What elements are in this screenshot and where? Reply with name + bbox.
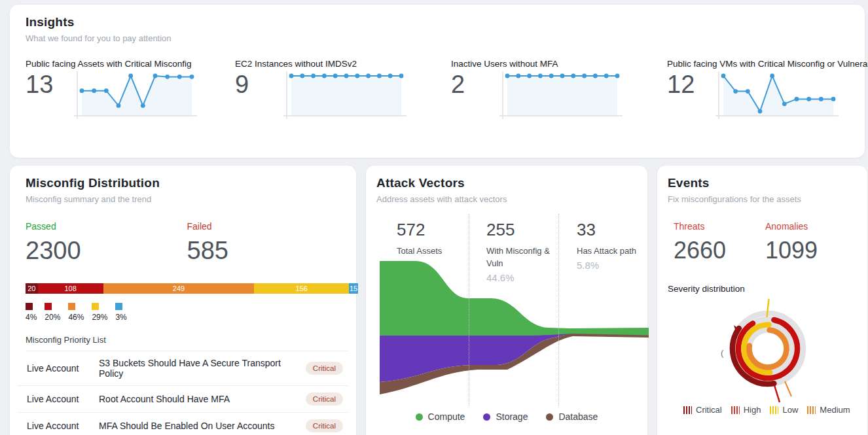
severity-legend-item[interactable]: Medium xyxy=(807,405,850,415)
severity-stacked-bar[interactable]: 2010824915615 xyxy=(26,283,358,294)
anomalies-value: 1099 xyxy=(765,237,857,264)
metric-label: EC2 Instances without IMDSv2 xyxy=(235,59,451,69)
legend-dot-icon xyxy=(483,413,490,421)
stripe-swatch-icon xyxy=(770,406,778,414)
severity-badge: Critical xyxy=(306,419,343,432)
misconfig-cell: Root Account Should Have MFA xyxy=(99,394,306,404)
priority-row[interactable]: Live Account S3 Buckets Should Have A Se… xyxy=(18,351,348,386)
high-tick xyxy=(774,385,780,402)
metric-label: Inactive Users without MFA xyxy=(451,59,667,69)
misconfig-cell: MFA Should Be Enabled On User Accounts xyxy=(99,421,306,431)
severity-legend-item[interactable]: 20% xyxy=(45,303,60,322)
metric-inactive-users-mfa[interactable]: Inactive Users without MFA 2 xyxy=(451,59,667,121)
legend-label: High xyxy=(744,405,761,415)
legend-swatch xyxy=(26,303,33,310)
failed-value: 585 xyxy=(187,237,349,265)
anomalies-stat: Anomalies 1099 xyxy=(765,221,857,264)
priority-list-label: Misconfig Priority List xyxy=(26,335,348,351)
severity-legend: Critical High Low Medium xyxy=(683,405,859,415)
misconfig-title: Misconfig Distribution xyxy=(26,176,348,190)
priority-row[interactable]: Live Account Root Account Should Have MF… xyxy=(18,386,348,413)
severity-legend-item[interactable]: Low xyxy=(770,405,798,415)
legend-swatch xyxy=(115,303,122,310)
stat-label: Has Attack path xyxy=(577,245,652,258)
metric-ec2-imdsv2[interactable]: EC2 Instances without IMDSv2 9 xyxy=(235,59,451,121)
stat-label: Total Assets xyxy=(397,245,472,258)
severity-legend-item[interactable]: High xyxy=(731,405,761,415)
severity-legend-item[interactable]: 29% xyxy=(92,303,107,322)
severity-legend-item[interactable]: 46% xyxy=(68,303,84,322)
medium-tick xyxy=(785,381,791,396)
passed-stat: Passed 2300 xyxy=(26,221,187,265)
stripe-swatch-icon xyxy=(731,406,740,414)
attack-funnel-chart xyxy=(380,260,649,407)
severity-legend-item[interactable]: Critical xyxy=(683,405,722,415)
priority-row[interactable]: Live Account MFA Should Be Enabled On Us… xyxy=(18,413,348,435)
passed-value: 2300 xyxy=(26,237,187,265)
misconfig-subtitle: Misconfig summary and the trend xyxy=(26,194,348,204)
stripe-swatch-icon xyxy=(807,406,816,414)
legend-label: Critical xyxy=(696,405,722,415)
severity-bar-segment[interactable]: 156 xyxy=(254,283,349,294)
ring-label-fragment: ( xyxy=(721,348,724,358)
misconfig-cell: S3 Buckets Should Have A Secure Transpor… xyxy=(99,358,306,379)
legend-label: Database xyxy=(558,411,598,422)
severity-bar-segment[interactable]: 108 xyxy=(38,283,103,294)
account-cell: Live Account xyxy=(27,363,99,374)
metric-public-vms-vuln[interactable]: Public facing VMs with Critical Misconfi… xyxy=(667,59,868,121)
funnel-legend-item[interactable]: Compute xyxy=(416,411,465,422)
legend-label: Compute xyxy=(428,411,465,422)
stat-value: 572 xyxy=(397,220,472,240)
funnel-divider xyxy=(469,214,469,406)
account-cell: Live Account xyxy=(27,421,99,431)
account-cell: Live Account xyxy=(27,394,99,404)
severity-legend-item[interactable]: 4% xyxy=(26,303,37,322)
metric-public-assets-misconfig[interactable]: Public facing Assets with Critical Misco… xyxy=(26,59,235,121)
funnel-legend-item[interactable]: Database xyxy=(546,411,598,422)
legend-percent: 4% xyxy=(26,313,37,322)
metric-value: 2 xyxy=(451,71,499,99)
trend-sparkline xyxy=(715,71,839,121)
severity-legend-item[interactable]: 3% xyxy=(115,303,126,322)
insights-subtitle: What we found for you to pay attention xyxy=(26,33,865,43)
insights-title: Insights xyxy=(26,15,865,29)
severity-rings-chart: ( xyxy=(709,290,827,408)
severity-bar-segment[interactable]: 20 xyxy=(26,283,38,294)
legend-percent: 20% xyxy=(45,313,60,322)
legend-label: Low xyxy=(782,405,798,415)
metric-label: Public facing Assets with Critical Misco… xyxy=(26,59,235,69)
legend-label: Medium xyxy=(820,405,850,415)
trend-sparkline xyxy=(283,71,407,121)
stat-value: 255 xyxy=(486,220,562,240)
failed-stat: Failed 585 xyxy=(187,221,349,265)
passed-label: Passed xyxy=(26,221,187,232)
failed-label: Failed xyxy=(187,221,349,232)
funnel-legend: Compute Storage Database xyxy=(366,411,647,422)
threats-value: 2660 xyxy=(674,237,765,264)
misconfig-distribution-card: Misconfig Distribution Misconfig summary… xyxy=(9,165,357,435)
events-card: Events Fix misconfigurations for the ass… xyxy=(657,165,868,435)
stat-value: 33 xyxy=(577,220,652,240)
insights-metrics-row: Public facing Assets with Critical Misco… xyxy=(26,59,865,121)
events-subtitle: Fix misconfigurations for the assets xyxy=(668,194,857,204)
anomalies-label: Anomalies xyxy=(765,221,857,232)
insights-card: Insights What we found for you to pay at… xyxy=(9,4,865,158)
legend-percent: 29% xyxy=(92,313,107,322)
metric-value: 12 xyxy=(667,71,715,99)
severity-bar-segment[interactable]: 249 xyxy=(103,283,255,294)
threats-stat: Threats 2660 xyxy=(674,221,765,264)
funnel-legend-item[interactable]: Storage xyxy=(483,411,528,422)
legend-dot-icon xyxy=(546,413,553,421)
severity-badge: Critical xyxy=(306,392,343,406)
security-dashboard: Insights What we found for you to pay at… xyxy=(0,0,868,435)
attack-vectors-card: Attack Vectors Address assets with attac… xyxy=(365,165,648,435)
attack-vectors-title: Attack Vectors xyxy=(376,176,637,190)
metric-value: 13 xyxy=(26,71,74,99)
metric-label: Public facing VMs with Critical Misconfi… xyxy=(667,59,868,69)
legend-percent: 3% xyxy=(115,313,126,322)
trend-sparkline xyxy=(499,71,623,121)
severity-bar-segment[interactable]: 15 xyxy=(349,283,358,294)
legend-label: Storage xyxy=(496,411,528,422)
stripe-swatch-icon xyxy=(683,406,692,414)
severity-badge: Critical xyxy=(306,362,343,375)
